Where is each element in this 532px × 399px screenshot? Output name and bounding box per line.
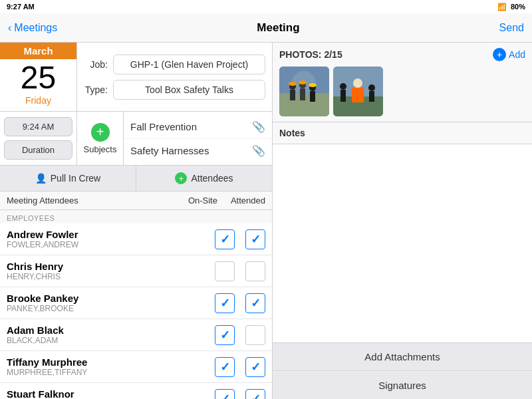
back-label: Meetings bbox=[14, 22, 57, 34]
attendee-name: Stuart Falknor bbox=[7, 388, 215, 399]
notes-header: Notes bbox=[273, 122, 532, 144]
battery-display: 80% bbox=[511, 3, 525, 11]
attendee-name: Andrew Fowler bbox=[7, 229, 215, 240]
attendee-checkboxes: ✓ bbox=[215, 325, 265, 345]
mid-section: 9:24 AM Duration + Subjects Fall Prevent… bbox=[0, 112, 272, 166]
job-type-block: Job: GHP-1 (Glen Haven Project) Type: To… bbox=[77, 43, 272, 111]
add-photo-label: Add bbox=[509, 49, 525, 60]
duration-button[interactable]: Duration bbox=[4, 140, 72, 160]
meeting-attendees-label: Meeting Attendees bbox=[7, 196, 78, 205]
attended-checkbox[interactable]: ✓ bbox=[245, 357, 265, 377]
photos-section: PHOTOS: 2/15 + Add bbox=[273, 43, 532, 122]
photos-grid bbox=[279, 66, 525, 116]
pull-crew-button[interactable]: 👤 Pull In Crew bbox=[0, 166, 136, 191]
attendee-name: Adam Black bbox=[7, 325, 215, 336]
attendee-id: PANKEY,BROOKE bbox=[7, 304, 215, 313]
attended-checkbox[interactable]: ✓ bbox=[245, 293, 265, 313]
main-content: March 25 Friday Job: GHP-1 (Glen Haven P… bbox=[0, 43, 532, 399]
time-display: 9:27 AM bbox=[7, 3, 35, 11]
pull-crew-label: Pull In Crew bbox=[51, 173, 100, 184]
attendee-id: BLACK,ADAM bbox=[7, 336, 215, 345]
status-bar: 9:27 AM 📶 80% bbox=[0, 0, 532, 13]
attendee-info: Tiffany Murphree MURPHREE,TIFFANY bbox=[7, 356, 215, 377]
attendees-table-header: Meeting Attendees On-Site Attended bbox=[0, 192, 272, 210]
attendees-buttons: 👤 Pull In Crew + Attendees bbox=[0, 166, 272, 192]
svg-point-18 bbox=[368, 84, 375, 91]
svg-rect-6 bbox=[300, 88, 305, 100]
add-attachments-button[interactable]: Add Attachments bbox=[273, 343, 532, 371]
table-row: Brooke Pankey PANKEY,BROOKE ✓ ✓ bbox=[0, 287, 272, 319]
photo-thumbnail-2[interactable] bbox=[333, 66, 383, 116]
onsite-checkbox[interactable]: ✓ bbox=[215, 229, 235, 249]
onsite-checkbox[interactable] bbox=[215, 261, 235, 281]
attendee-info: Andrew Fowler FOWLER,ANDREW bbox=[7, 229, 215, 249]
attendee-name: Brooke Pankey bbox=[7, 293, 215, 304]
back-button[interactable]: ‹ Meetings bbox=[8, 22, 57, 34]
calendar-weekday: Friday bbox=[25, 95, 51, 111]
subjects-label: Subjects bbox=[84, 144, 117, 154]
chevron-left-icon: ‹ bbox=[8, 22, 11, 34]
subjects-list: Fall Prevention📎Safety Harnesses📎 bbox=[124, 112, 272, 165]
subjects-plus-icon: + bbox=[91, 123, 110, 142]
employees-section-label: EMPLOYEES bbox=[0, 210, 272, 223]
signatures-button[interactable]: Signatures bbox=[273, 372, 532, 399]
attendee-info: Adam Black BLACK,ADAM bbox=[7, 325, 215, 345]
job-field-row: Job: GHP-1 (Glen Haven Project) bbox=[84, 55, 265, 74]
subject-item[interactable]: Fall Prevention📎 bbox=[124, 115, 272, 139]
job-value[interactable]: GHP-1 (Glen Haven Project) bbox=[113, 55, 265, 74]
attended-checkbox[interactable]: ✓ bbox=[245, 389, 265, 400]
svg-rect-17 bbox=[340, 90, 346, 102]
wifi-icon: 📶 bbox=[497, 3, 507, 11]
attendees-plus-icon: + bbox=[175, 172, 187, 184]
subject-name: Safety Harnesses bbox=[130, 145, 209, 156]
svg-rect-19 bbox=[369, 91, 374, 102]
svg-point-16 bbox=[340, 83, 346, 90]
table-row: Tiffany Murphree MURPHREE,TIFFANY ✓ ✓ bbox=[0, 351, 272, 383]
top-section: March 25 Friday Job: GHP-1 (Glen Haven P… bbox=[0, 43, 272, 112]
attendee-id: MURPHREE,TIFFANY bbox=[7, 368, 215, 377]
svg-rect-4 bbox=[290, 90, 295, 100]
attendee-checkboxes: ✓ ✓ bbox=[215, 357, 265, 377]
nav-bar: ‹ Meetings Meeting Send bbox=[0, 13, 532, 43]
attendee-id: HENRY,CHRIS bbox=[7, 272, 215, 281]
attendees-header-right: On-Site Attended bbox=[188, 196, 265, 205]
add-photo-button[interactable]: + Add bbox=[493, 48, 525, 61]
attendee-checkboxes: ✓ ✓ bbox=[215, 293, 265, 313]
onsite-checkbox[interactable]: ✓ bbox=[215, 325, 235, 345]
status-indicators: 📶 80% bbox=[497, 3, 525, 11]
time-block: 9:24 AM Duration bbox=[0, 112, 77, 165]
attendee-checkboxes: ✓ ✓ bbox=[215, 229, 265, 249]
attendees-add-button[interactable]: + Attendees bbox=[136, 166, 272, 191]
table-row: Stuart Falknor FALKNOR,STUART ✓ ✓ bbox=[0, 383, 272, 399]
attended-checkbox[interactable]: ✓ bbox=[245, 229, 265, 249]
photo-thumbnail-1[interactable] bbox=[279, 66, 329, 116]
status-time: 9:27 AM bbox=[7, 3, 35, 11]
attended-checkbox[interactable] bbox=[245, 261, 265, 281]
svg-rect-15 bbox=[352, 88, 364, 102]
onsite-label: On-Site bbox=[188, 196, 217, 205]
calendar-day: 25 bbox=[21, 59, 56, 95]
send-button[interactable]: Send bbox=[499, 22, 524, 34]
paperclip-icon: 📎 bbox=[252, 120, 265, 133]
onsite-checkbox[interactable]: ✓ bbox=[215, 389, 235, 400]
page-title: Meeting bbox=[257, 21, 299, 35]
bottom-buttons: Add Attachments Signatures bbox=[273, 342, 532, 399]
subject-item[interactable]: Safety Harnesses📎 bbox=[124, 139, 272, 162]
type-value[interactable]: Tool Box Safety Talks bbox=[113, 80, 265, 100]
onsite-checkbox[interactable]: ✓ bbox=[215, 357, 235, 377]
attendee-checkboxes bbox=[215, 261, 265, 281]
notes-body[interactable] bbox=[273, 144, 532, 342]
type-field-row: Type: Tool Box Safety Talks bbox=[84, 80, 265, 100]
calendar-block: March 25 Friday bbox=[0, 43, 77, 111]
attended-checkbox[interactable] bbox=[245, 325, 265, 345]
table-row: Chris Henry HENRY,CHRIS bbox=[0, 255, 272, 287]
time-button[interactable]: 9:24 AM bbox=[4, 117, 72, 136]
onsite-checkbox[interactable]: ✓ bbox=[215, 293, 235, 313]
left-panel: March 25 Friday Job: GHP-1 (Glen Haven P… bbox=[0, 43, 273, 399]
calendar-month: March bbox=[0, 43, 76, 59]
svg-point-14 bbox=[353, 78, 362, 88]
type-label: Type: bbox=[84, 84, 108, 95]
crew-icon: 👤 bbox=[35, 173, 47, 184]
photos-header: PHOTOS: 2/15 + Add bbox=[279, 48, 525, 61]
subjects-button[interactable]: + Subjects bbox=[77, 112, 124, 165]
